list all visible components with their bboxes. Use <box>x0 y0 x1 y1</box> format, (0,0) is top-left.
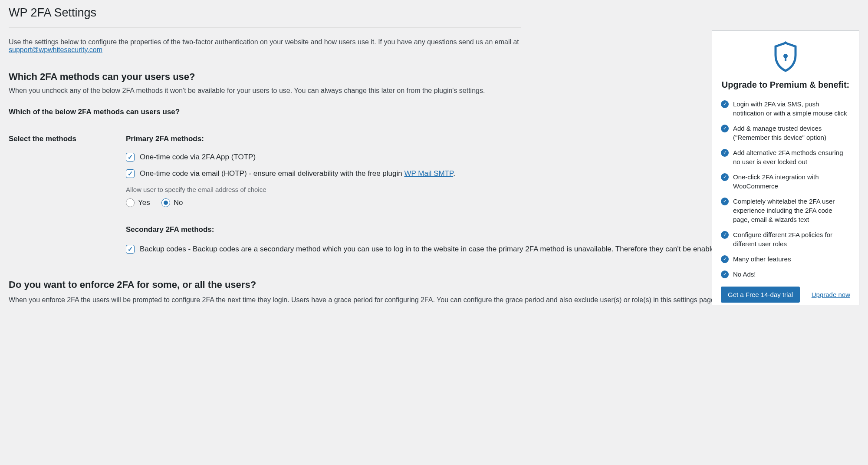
check-circle-icon: ✓ <box>721 198 729 205</box>
radio-no[interactable] <box>161 198 170 207</box>
benefit-text: Configure different 2FA policies for dif… <box>733 230 850 248</box>
benefit-text: Many other features <box>733 254 791 264</box>
wp-mail-smtp-link[interactable]: WP Mail SMTP <box>404 169 453 178</box>
check-circle-icon: ✓ <box>721 270 729 278</box>
page-title: WP 2FA Settings <box>9 0 521 28</box>
checkbox-hotp-prefix: One-time code via email (HOTP) - ensure … <box>140 169 404 178</box>
free-trial-button[interactable]: Get a Free 14-day trial <box>721 287 800 303</box>
benefit-item: ✓Add alternative 2FA methods ensuring no… <box>721 148 850 166</box>
benefit-text: One-click 2FA integration with WooCommer… <box>733 172 850 191</box>
checkbox-hotp[interactable] <box>126 169 135 178</box>
benefit-item: ✓Completely whitelabel the 2FA user expe… <box>721 197 850 224</box>
intro-text-body: Use the settings below to configure the … <box>9 38 519 46</box>
checkbox-totp-label: One-time code via 2FA App (TOTP) <box>140 153 256 162</box>
benefit-item: ✓Login with 2FA via SMS, push notificati… <box>721 99 850 118</box>
checkbox-hotp-suffix: . <box>453 169 455 178</box>
check-circle-icon: ✓ <box>721 255 729 263</box>
radio-no-label: No <box>174 198 183 207</box>
check-circle-icon: ✓ <box>721 173 729 181</box>
checkbox-backup-codes[interactable] <box>126 245 135 254</box>
radio-yes-label: Yes <box>138 198 150 207</box>
intro-text: Use the settings below to configure the … <box>9 28 521 54</box>
benefit-item: ✓Configure different 2FA policies for di… <box>721 230 850 248</box>
benefit-text: No Ads! <box>733 270 756 279</box>
benefit-item: ✓No Ads! <box>721 270 850 279</box>
benefit-text: Add & manage trusted devices ("Remember … <box>733 124 850 142</box>
sidebar-title: Upgrade to Premium & benefit: <box>721 80 850 90</box>
benefit-item: ✓Add & manage trusted devices ("Remember… <box>721 124 850 142</box>
svg-rect-1 <box>785 57 786 61</box>
benefit-text: Login with 2FA via SMS, push notificatio… <box>733 99 850 118</box>
check-circle-icon: ✓ <box>721 149 729 157</box>
upgrade-sidebar: Upgrade to Premium & benefit: ✓Login wit… <box>712 30 859 305</box>
select-methods-label: Select the methods <box>9 135 126 263</box>
benefit-item: ✓One-click 2FA integration with WooComme… <box>721 172 850 191</box>
benefit-text: Add alternative 2FA methods ensuring no … <box>733 148 850 166</box>
check-circle-icon: ✓ <box>721 125 729 132</box>
check-circle-icon: ✓ <box>721 231 729 239</box>
benefit-text: Completely whitelabel the 2FA user exper… <box>733 197 850 224</box>
shield-lock-icon <box>721 41 850 74</box>
checkbox-hotp-label: One-time code via email (HOTP) - ensure … <box>140 169 455 178</box>
benefit-item: ✓Many other features <box>721 254 850 264</box>
support-email-link[interactable]: support@wpwhitesecurity.com <box>9 46 102 53</box>
enforce-desc-text: When you enforce 2FA the users will be p… <box>9 296 719 303</box>
checkbox-totp[interactable] <box>126 153 135 162</box>
check-circle-icon: ✓ <box>721 100 729 108</box>
radio-yes[interactable] <box>126 198 135 207</box>
upgrade-now-link[interactable]: Upgrade now <box>812 291 850 298</box>
